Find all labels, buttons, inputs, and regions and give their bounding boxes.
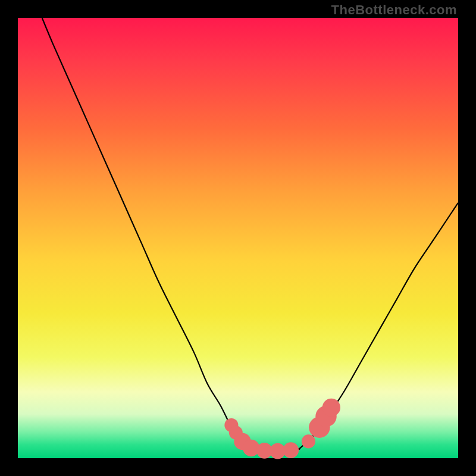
curve-markers: [224, 399, 340, 459]
chart-svg: [18, 18, 458, 458]
watermark-text: TheBottleneck.com: [331, 2, 457, 18]
curve-marker: [283, 442, 299, 458]
curve-marker: [302, 434, 315, 448]
chart-frame: TheBottleneck.com: [0, 0, 476, 476]
curve-marker: [322, 399, 340, 416]
bottleneck-curve: [42, 18, 458, 452]
chart-plot-area: [18, 18, 458, 458]
